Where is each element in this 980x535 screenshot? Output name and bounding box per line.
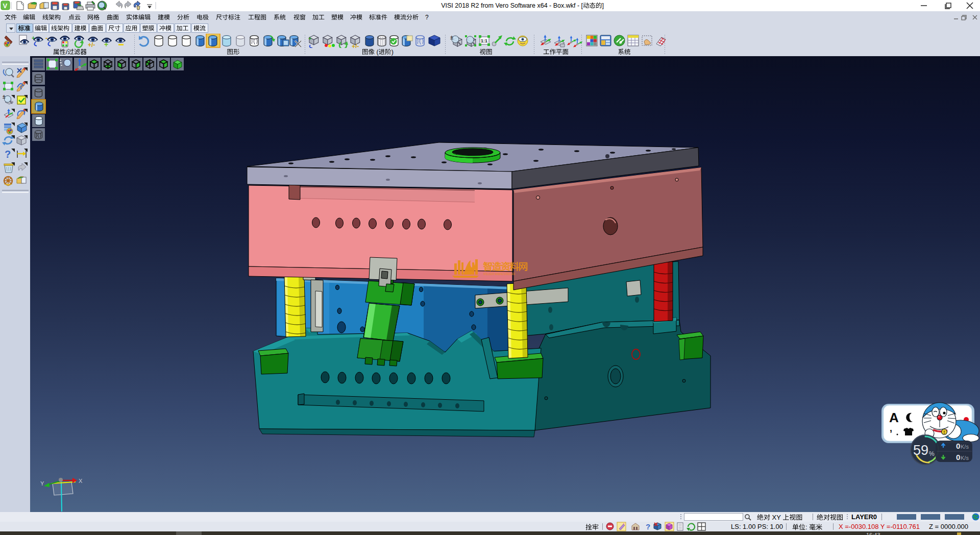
svg-text:-: -	[45, 34, 47, 42]
svg-text:K/s: K/s	[961, 455, 969, 461]
svg-text:V: V	[3, 2, 8, 10]
svg-text:?: ?	[646, 522, 650, 531]
svg-text:,: ,	[890, 423, 892, 433]
svg-text:K/s: K/s	[961, 444, 969, 450]
svg-text:+/-: +/-	[352, 43, 359, 48]
svg-text:X: X	[79, 478, 83, 484]
svg-text:+/-: +/-	[88, 41, 95, 48]
svg-text:1:1: 1:1	[481, 38, 487, 43]
svg-text:+: +	[308, 35, 311, 41]
svg-text:%: %	[929, 450, 935, 457]
svg-text:±: ±	[3, 94, 6, 100]
svg-text:59: 59	[913, 443, 928, 458]
svg-text:±: ±	[450, 34, 453, 40]
svg-text:INTELLIGENT MANUFACTURING DATA: INTELLIGENT MANUFACTURING DATA	[483, 272, 515, 276]
svg-text:Y: Y	[40, 480, 44, 487]
svg-text:0: 0	[956, 442, 960, 450]
svg-text:+: +	[104, 40, 108, 48]
svg-text:?: ?	[5, 149, 11, 160]
svg-text:+: +	[32, 35, 35, 41]
svg-text:0: 0	[956, 453, 960, 461]
